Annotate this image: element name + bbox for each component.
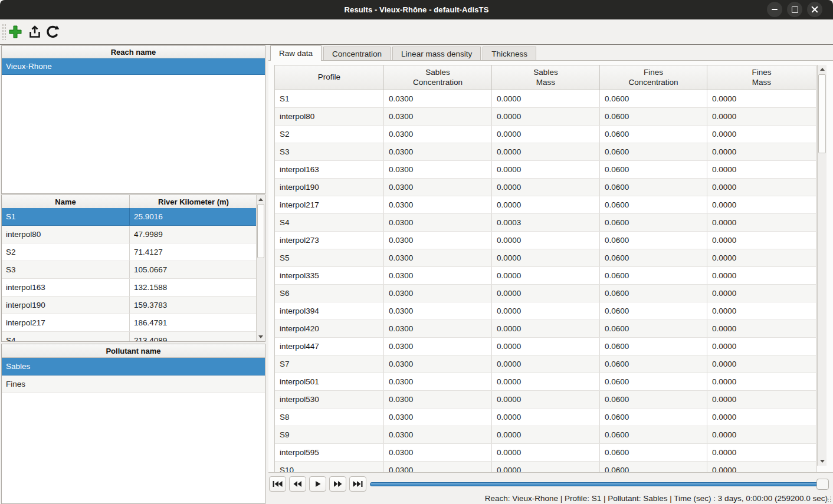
play-button[interactable]	[309, 476, 326, 492]
results-column-header-sables-mass[interactable]: Sables Mass	[492, 65, 600, 90]
results-column-header-fines-mass[interactable]: Fines Mass	[707, 65, 816, 90]
results-cell: 0.0600	[600, 108, 707, 125]
scroll-up-arrow[interactable]	[818, 65, 827, 74]
reach-item-vieux-rhone[interactable]: Vieux-Rhone	[2, 58, 265, 75]
results-table-scrollbar[interactable]	[817, 65, 827, 466]
results-row-interpol335[interactable]: interpol3350.03000.00000.06000.0000	[275, 267, 816, 285]
results-cell: interpol420	[275, 320, 384, 337]
results-cell: S10	[275, 462, 384, 472]
results-row-interpol447[interactable]: interpol4470.03000.00000.06000.0000	[275, 338, 816, 355]
results-cell: 0.0300	[384, 426, 492, 443]
close-button[interactable]	[807, 2, 822, 17]
results-row-s7[interactable]: S70.03000.00000.06000.0000	[275, 355, 816, 373]
results-row-s8[interactable]: S80.03000.00000.06000.0000	[275, 409, 816, 426]
results-row-s3[interactable]: S30.03000.00000.06000.0000	[275, 143, 816, 161]
results-row-interpol420[interactable]: interpol4200.03000.00000.06000.0000	[275, 320, 816, 338]
results-cell: 0.0300	[384, 302, 492, 319]
tab-linear-mass-density[interactable]: Linear mass density	[392, 47, 481, 60]
time-slider-track[interactable]	[370, 482, 829, 486]
tab-thickness[interactable]: Thickness	[483, 47, 536, 60]
results-cell: 0.0000	[707, 267, 816, 284]
results-row-interpol80[interactable]: interpol800.03000.00000.06000.0000	[275, 108, 816, 126]
export-button[interactable]	[27, 24, 42, 39]
results-cell: 0.0600	[600, 267, 707, 284]
results-cell: 0.0600	[600, 355, 707, 373]
results-cell: S5	[275, 249, 384, 266]
minimize-icon	[772, 9, 778, 10]
refresh-icon	[45, 25, 60, 39]
raw-data-tab-content: ProfileSables ConcentrationSables MassFi…	[268, 61, 833, 473]
results-row-s5[interactable]: S50.03000.00000.06000.0000	[275, 249, 816, 267]
refresh-button[interactable]	[45, 24, 60, 39]
time-slider-handle[interactable]	[816, 479, 829, 490]
results-cell: S4	[275, 214, 384, 231]
go-first-button[interactable]	[269, 476, 286, 492]
results-row-s2[interactable]: S20.03000.00000.06000.0000	[275, 126, 816, 143]
tab-raw-data[interactable]: Raw data	[270, 45, 322, 61]
scrollbar-thumb[interactable]	[257, 204, 264, 258]
profile-name-cell: interpol217	[2, 314, 130, 331]
time-slider[interactable]	[370, 475, 829, 493]
results-row-interpol501[interactable]: interpol5010.03000.00000.06000.0000	[275, 373, 816, 391]
results-cell: 0.0000	[492, 126, 600, 143]
rewind-button[interactable]	[289, 476, 306, 492]
column-header-river-kilometer[interactable]: River Kilometer (m)	[130, 195, 257, 208]
pollutant-item-sables[interactable]: Sables	[2, 358, 265, 375]
results-row-interpol190[interactable]: interpol1900.03000.00000.06000.0000	[275, 179, 816, 196]
fast-forward-button[interactable]	[329, 476, 346, 492]
results-cell: 0.0000	[492, 249, 600, 266]
scroll-down-arrow[interactable]	[257, 332, 265, 341]
results-cell: 0.0000	[707, 320, 816, 337]
results-cell: 0.0000	[492, 302, 600, 319]
play-icon	[313, 480, 323, 487]
triangle-down-icon	[258, 335, 263, 338]
toolbar	[0, 19, 833, 45]
results-cell: 0.0300	[384, 391, 492, 408]
add-button[interactable]	[8, 24, 23, 39]
results-row-s4[interactable]: S40.03000.00030.06000.0000	[275, 214, 816, 232]
scroll-up-arrow[interactable]	[257, 195, 265, 204]
results-row-s1[interactable]: S10.03000.00000.06000.0000	[275, 90, 816, 108]
maximize-icon	[792, 6, 798, 13]
results-column-header-profile[interactable]: Profile	[275, 65, 384, 90]
results-row-interpol163[interactable]: interpol1630.03000.00000.06000.0000	[275, 161, 816, 179]
results-row-s9[interactable]: S90.03000.00000.06000.0000	[275, 426, 816, 444]
profile-row-interpol190[interactable]: interpol190159.3783	[2, 297, 257, 314]
results-row-interpol530[interactable]: interpol5300.03000.00000.06000.0000	[275, 391, 816, 409]
results-cell: 0.0600	[600, 373, 707, 390]
profile-table-scrollbar[interactable]	[256, 195, 265, 341]
profile-row-s4[interactable]: S4213.4089	[2, 332, 257, 341]
resize-grip[interactable]	[824, 495, 831, 502]
minimize-button[interactable]	[767, 2, 782, 17]
column-header-name[interactable]: Name	[2, 195, 130, 208]
profile-row-interpol163[interactable]: interpol163132.1588	[2, 279, 257, 297]
results-row-interpol273[interactable]: interpol2730.03000.00000.06000.0000	[275, 232, 816, 249]
profile-row-s2[interactable]: S271.4127	[2, 243, 257, 261]
results-cell: 0.0300	[384, 232, 492, 249]
pollutant-item-fines[interactable]: Fines	[2, 375, 265, 393]
results-cell: 0.0000	[707, 143, 816, 160]
results-column-header-sables-concentration[interactable]: Sables Concentration	[384, 65, 492, 90]
scrollbar-thumb[interactable]	[818, 74, 826, 153]
results-row-s10[interactable]: S100.03000.00000.06000.0000	[275, 462, 816, 472]
results-cell: 0.0000	[492, 285, 600, 302]
go-last-button[interactable]	[349, 476, 366, 492]
tab-concentration[interactable]: Concentration	[323, 47, 391, 60]
profile-row-interpol80[interactable]: interpol8047.9989	[2, 226, 257, 243]
profile-row-interpol217[interactable]: interpol217186.4791	[2, 314, 257, 332]
profile-row-s1[interactable]: S125.9016	[2, 208, 257, 226]
results-cell: 0.0600	[600, 462, 707, 472]
rewind-icon	[293, 480, 303, 487]
results-row-s6[interactable]: S60.03000.00000.06000.0000	[275, 285, 816, 302]
maximize-button[interactable]	[787, 2, 802, 17]
results-column-header-fines-concentration[interactable]: Fines Concentration	[600, 65, 707, 90]
scroll-down-arrow[interactable]	[818, 457, 827, 466]
results-cell: S9	[275, 426, 384, 443]
profile-row-s3[interactable]: S3105.0667	[2, 261, 257, 279]
results-row-interpol595[interactable]: interpol5950.03000.00000.06000.0000	[275, 444, 816, 462]
profile-name-cell: interpol190	[2, 297, 130, 314]
results-row-interpol394[interactable]: interpol3940.03000.00000.06000.0000	[275, 302, 816, 320]
results-cell: 0.0000	[707, 302, 816, 319]
results-row-interpol217[interactable]: interpol2170.03000.00000.06000.0000	[275, 196, 816, 214]
status-text: Reach: Vieux-Rhone | Profile: S1 | Pollu…	[485, 494, 828, 503]
